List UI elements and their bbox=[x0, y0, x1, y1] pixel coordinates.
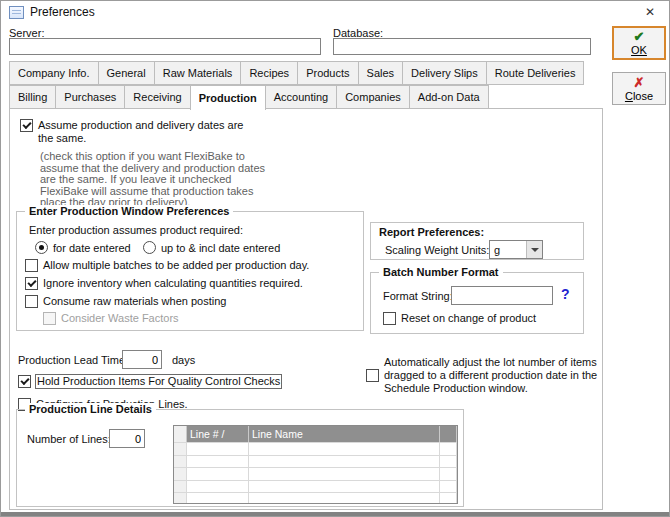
window-title: Preferences bbox=[30, 5, 95, 19]
allow-multiple-batches-checkbox[interactable]: Allow multiple batches to be added per p… bbox=[25, 259, 309, 272]
reset-on-change-checkbox[interactable]: Reset on change of product bbox=[383, 312, 536, 325]
tab-production[interactable]: Production bbox=[190, 85, 266, 110]
checkbox-box-icon bbox=[366, 369, 379, 382]
allow-multiple-batches-label: Allow multiple batches to be added per p… bbox=[43, 259, 309, 272]
checkbox-box-icon bbox=[25, 277, 38, 290]
ignore-inventory-label: Ignore inventory when calculating quanti… bbox=[43, 277, 303, 290]
production-line-details-title: Production Line Details bbox=[25, 403, 156, 415]
lead-time-input[interactable] bbox=[122, 350, 162, 369]
number-of-lines-label: Number of Lines: bbox=[27, 433, 111, 445]
tab-delivery-slips[interactable]: Delivery Slips bbox=[402, 61, 487, 85]
assume-dates-note: (check this option if you want FlexiBake… bbox=[40, 151, 279, 209]
window-preferences-group: Enter Production Window Preferences Ente… bbox=[16, 211, 364, 331]
ok-check-icon: ✔ bbox=[634, 30, 645, 43]
report-preferences-title: Report Preferences: bbox=[379, 226, 484, 238]
close-button-label: Close bbox=[625, 90, 653, 102]
checkbox-box-icon bbox=[43, 312, 56, 325]
radio-up-to-label: up to & incl date entered bbox=[161, 242, 280, 254]
tab-addon-data[interactable]: Add-on Data bbox=[409, 85, 489, 109]
radio-for-date-entered[interactable]: for date entered bbox=[35, 241, 131, 254]
assume-dates-label: Assume production and delivery dates are… bbox=[38, 119, 256, 145]
format-string-label: Format String: bbox=[383, 290, 453, 302]
table-header-extra bbox=[440, 426, 457, 442]
scaling-units-label: Scaling Weight Units: bbox=[385, 244, 489, 256]
auto-adjust-lot-label: Automatically adjust the lot number of i… bbox=[384, 356, 604, 395]
table-row[interactable] bbox=[174, 455, 457, 468]
table-row[interactable] bbox=[174, 467, 457, 480]
tab-company-info[interactable]: Company Info. bbox=[9, 61, 99, 85]
production-tab-panel: Assume production and delivery dates are… bbox=[9, 108, 603, 510]
radio-dot-icon bbox=[35, 241, 48, 254]
server-input[interactable] bbox=[9, 38, 321, 55]
checkbox-box-icon bbox=[20, 119, 33, 132]
tab-general[interactable]: General bbox=[98, 61, 155, 85]
tab-sales[interactable]: Sales bbox=[358, 61, 404, 85]
checkbox-box-icon bbox=[25, 295, 38, 308]
tab-receiving[interactable]: Receiving bbox=[124, 85, 190, 109]
tab-route-deliveries[interactable]: Route Deliveries bbox=[486, 61, 585, 85]
ignore-inventory-checkbox[interactable]: Ignore inventory when calculating quanti… bbox=[25, 277, 303, 290]
assume-dates-checkbox[interactable]: Assume production and delivery dates are… bbox=[20, 119, 256, 145]
tab-raw-materials[interactable]: Raw Materials bbox=[154, 61, 242, 85]
titlebar: Preferences ✕ bbox=[1, 1, 669, 23]
batch-number-format-title: Batch Number Format bbox=[379, 266, 503, 278]
app-icon bbox=[9, 6, 24, 19]
checkbox-box-icon bbox=[25, 259, 38, 272]
tab-billing[interactable]: Billing bbox=[9, 85, 56, 109]
radio-dot-icon bbox=[143, 241, 156, 254]
radio-for-date-label: for date entered bbox=[53, 242, 131, 254]
help-icon[interactable]: ? bbox=[561, 286, 570, 302]
table-row[interactable] bbox=[174, 480, 457, 493]
scaling-units-select[interactable]: g bbox=[489, 240, 543, 259]
ok-button-label: OK bbox=[631, 44, 647, 56]
hold-quality-label: Hold Production Items For Quality Contro… bbox=[36, 375, 281, 388]
consider-waste-factors-label: Consider Waste Factors bbox=[61, 312, 179, 325]
close-x-icon: ✗ bbox=[634, 76, 645, 89]
report-preferences-box: Report Preferences: Scaling Weight Units… bbox=[370, 222, 584, 260]
ok-button[interactable]: ✔ OK bbox=[612, 26, 666, 60]
hold-quality-checkbox[interactable]: Hold Production Items For Quality Contro… bbox=[18, 375, 281, 388]
table-header-selector bbox=[174, 426, 187, 442]
checkbox-box-icon bbox=[18, 375, 31, 388]
tab-products[interactable]: Products bbox=[297, 61, 358, 85]
consider-waste-factors-checkbox: Consider Waste Factors bbox=[43, 312, 179, 325]
production-lines-table: Line # / Line Name bbox=[173, 425, 458, 504]
database-input[interactable] bbox=[333, 38, 591, 55]
tab-companies[interactable]: Companies bbox=[336, 85, 410, 109]
auto-adjust-lot-checkbox[interactable]: Automatically adjust the lot number of i… bbox=[366, 356, 604, 395]
window-bottom-edge bbox=[1, 512, 669, 516]
reset-on-change-label: Reset on change of product bbox=[401, 312, 536, 325]
window-close-icon[interactable]: ✕ bbox=[631, 1, 669, 23]
table-row[interactable] bbox=[174, 442, 457, 455]
close-button[interactable]: ✗ Close bbox=[612, 72, 666, 105]
consume-raw-materials-checkbox[interactable]: Consume raw materials when posting bbox=[25, 295, 226, 308]
checkbox-box-icon bbox=[383, 312, 396, 325]
production-line-details-group: Production Line Details Number of Lines:… bbox=[16, 409, 464, 507]
window-preferences-group-title: Enter Production Window Preferences bbox=[25, 205, 233, 217]
format-string-input[interactable] bbox=[451, 286, 553, 305]
tab-recipes[interactable]: Recipes bbox=[240, 61, 298, 85]
scaling-units-value: g bbox=[490, 244, 526, 256]
lead-time-unit: days bbox=[172, 354, 195, 366]
tab-row-1: Company Info. General Raw Materials Reci… bbox=[9, 61, 583, 85]
table-header-row: Line # / Line Name bbox=[174, 426, 457, 442]
preferences-dialog: Preferences ✕ Server: Database: ✔ OK ✗ C… bbox=[0, 0, 670, 517]
table-row[interactable] bbox=[174, 492, 457, 504]
table-header-line-name[interactable]: Line Name bbox=[249, 426, 440, 442]
consume-raw-materials-label: Consume raw materials when posting bbox=[43, 295, 226, 308]
chevron-down-icon bbox=[526, 241, 542, 258]
table-header-line-number[interactable]: Line # / bbox=[187, 426, 249, 442]
number-of-lines-input[interactable] bbox=[109, 429, 145, 448]
batch-number-format-group: Batch Number Format Format String: ? Res… bbox=[370, 272, 584, 334]
tab-purchases[interactable]: Purchases bbox=[55, 85, 125, 109]
radio-up-to-incl-date[interactable]: up to & incl date entered bbox=[143, 241, 280, 254]
product-required-prompt: Enter production assumes product require… bbox=[29, 224, 243, 236]
tab-row-2: Billing Purchases Receiving Production A… bbox=[9, 85, 488, 110]
tab-accounting[interactable]: Accounting bbox=[265, 85, 337, 109]
lead-time-label: Production Lead Time: bbox=[18, 354, 128, 366]
